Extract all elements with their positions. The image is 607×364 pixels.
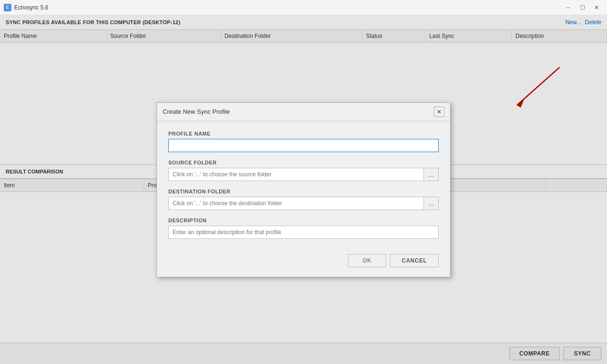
title-bar-left: E Echosync 5.6 [4,4,48,11]
create-profile-dialog: Create New Sync Profile ✕ PROFILE NAME S… [156,102,451,277]
window-controls: – ☐ ✕ [561,2,603,13]
description-input[interactable] [168,226,439,239]
profile-name-label: PROFILE NAME [168,131,439,136]
profile-name-input[interactable] [168,139,439,152]
dialog-close-button[interactable]: ✕ [434,107,444,117]
description-group: DESCRIPTION [168,218,439,239]
maximize-button[interactable]: ☐ [576,2,589,13]
source-folder-browse-button[interactable]: ... [423,168,439,181]
destination-folder-browse-button[interactable]: ... [423,197,439,210]
destination-folder-label: DESTINATION FOLDER [168,189,439,194]
dialog-titlebar: Create New Sync Profile ✕ [157,103,450,121]
source-folder-group: SOURCE FOLDER ... [168,160,439,181]
dialog-body: PROFILE NAME SOURCE FOLDER ... DESTINATI… [157,121,450,248]
app-title: Echosync 5.6 [14,4,48,11]
destination-folder-group: DESTINATION FOLDER ... [168,189,439,210]
destination-folder-wrap: ... [168,197,439,210]
minimize-button[interactable]: – [561,2,575,13]
dialog-title: Create New Sync Profile [163,108,230,115]
modal-overlay: Create New Sync Profile ✕ PROFILE NAME S… [0,15,607,364]
app-icon: E [4,4,11,11]
main-content: SYNC PROFILES AVAILABLE FOR THIS COMPUTE… [0,15,607,364]
title-bar: E Echosync 5.6 – ☐ ✕ [0,0,607,15]
ok-button[interactable]: OK [348,254,386,267]
destination-folder-input[interactable] [168,197,423,210]
profile-name-group: PROFILE NAME [168,131,439,152]
dialog-footer: OK CANCEL [157,248,450,277]
close-button[interactable]: ✕ [590,2,603,13]
description-label: DESCRIPTION [168,218,439,223]
cancel-button[interactable]: CANCEL [390,254,439,267]
source-folder-label: SOURCE FOLDER [168,160,439,165]
source-folder-wrap: ... [168,168,439,181]
source-folder-input[interactable] [168,168,423,181]
